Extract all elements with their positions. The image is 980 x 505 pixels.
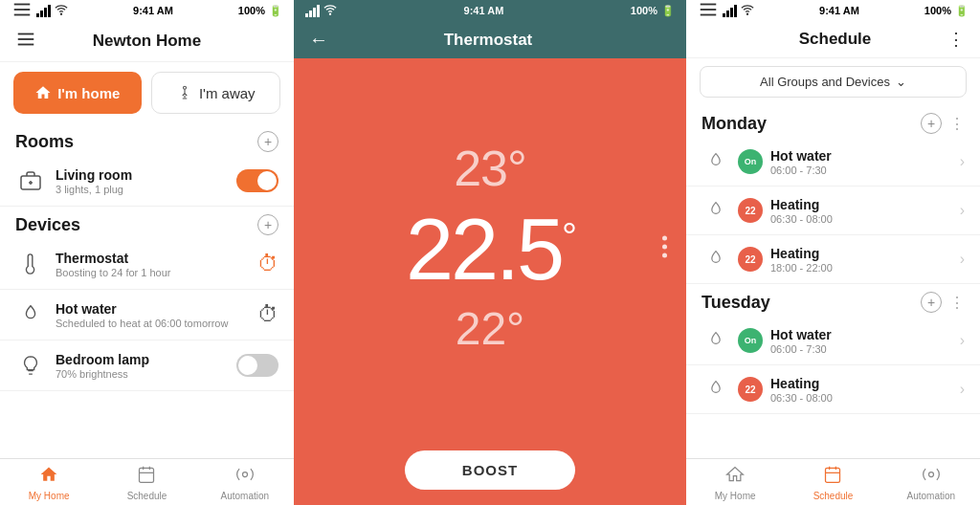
- sched-schedule-nav-icon: [823, 465, 842, 489]
- im-away-button[interactable]: I'm away: [151, 72, 281, 114]
- schedule-header: Schedule ⋮: [686, 21, 980, 58]
- thermostat-info: Thermostat Boosting to 24 for 1 hour: [56, 251, 257, 278]
- room-item-living[interactable]: Living room 3 lights, 1 plug: [0, 156, 294, 207]
- schedule-monday-heating1[interactable]: 22 Heating 06:30 - 08:00 ›: [686, 187, 980, 235]
- svg-rect-21: [826, 468, 840, 482]
- home-nav-icon: [39, 465, 58, 489]
- add-room-button[interactable]: +: [257, 131, 278, 152]
- lamp-sub: 70% brightness: [56, 368, 236, 380]
- rooms-title: Rooms: [15, 132, 74, 152]
- schedule-content: Monday + ⋮ On Hot water 06:00 - 7:30 › 2…: [686, 105, 980, 458]
- lamp-toggle[interactable]: [236, 354, 278, 377]
- svg-point-25: [928, 472, 933, 477]
- nav-automation-label: Automation: [221, 491, 270, 501]
- tuesday-hotwater-info: Hot water 06:00 - 7:30: [770, 327, 960, 355]
- schedule-monday-heating2[interactable]: 22 Heating 18:00 - 22:00 ›: [686, 235, 980, 284]
- thermo-wifi-icon: [323, 3, 337, 18]
- monday-heating2-badge: 22: [738, 247, 763, 272]
- thermostat-options-menu[interactable]: [662, 236, 667, 258]
- schedule-tuesday-heating[interactable]: 22 Heating 06:30 - 08:00 ›: [686, 365, 980, 414]
- devices-section-header: Devices +: [0, 207, 294, 239]
- svg-point-15: [242, 472, 247, 477]
- hotwater-schedule-icon: ⏱: [257, 302, 278, 327]
- thermostat-header: ← Thermostat: [294, 21, 686, 58]
- schedule-tuesday-hotwater[interactable]: On Hot water 06:00 - 7:30 ›: [686, 317, 980, 365]
- tuesday-heating-name: Heating: [770, 376, 960, 391]
- nav-schedule-label: Schedule: [127, 491, 167, 501]
- groups-dropdown-label: All Groups and Devices: [760, 75, 890, 89]
- schedule-options-menu[interactable]: ⋮: [947, 29, 965, 50]
- back-button[interactable]: ←: [309, 29, 328, 51]
- chevron-down-icon: ⌄: [896, 75, 906, 89]
- battery-label: 100%: [238, 5, 265, 16]
- monday-heating1-drop-icon: [702, 196, 730, 225]
- room-toggle[interactable]: [236, 169, 278, 192]
- nav-myhome-label: My Home: [29, 491, 70, 501]
- svg-point-20: [746, 13, 747, 14]
- thermo-time: 9:41 AM: [464, 5, 504, 16]
- thermostat-active-icon: ⏱: [257, 252, 278, 276]
- day-tuesday-header: Tuesday + ⋮: [686, 284, 980, 317]
- monday-hotwater-badge: On: [738, 149, 763, 174]
- panel-home: 9:41 AM 100% 🔋 Newton Home I'm home I'm …: [0, 0, 294, 505]
- thermo-battery-label: 100%: [631, 5, 657, 16]
- groups-dropdown[interactable]: All Groups and Devices ⌄: [700, 66, 967, 98]
- nav-schedule[interactable]: Schedule: [98, 459, 195, 505]
- menu-icon[interactable]: [15, 29, 36, 54]
- lamp-icon: [15, 350, 46, 381]
- rooms-section-header: Rooms +: [0, 123, 294, 156]
- monday-heating2-time: 18:00 - 22:00: [770, 262, 960, 274]
- automation-nav-icon: [235, 465, 255, 489]
- boost-button[interactable]: BOOST: [405, 450, 575, 490]
- hotwater-name: Hot water: [56, 301, 257, 317]
- day-monday-title: Monday: [702, 114, 767, 134]
- sched-wifi-icon: [741, 3, 754, 18]
- add-tuesday-button[interactable]: +: [921, 292, 942, 313]
- nav-myhome[interactable]: My Home: [0, 459, 98, 505]
- status-right: 100% 🔋: [238, 5, 282, 17]
- thermo-status-left: [305, 3, 337, 18]
- thermostat-footer: BOOST: [294, 435, 686, 505]
- sched-battery-icon: 🔋: [955, 5, 969, 17]
- monday-heating1-name: Heating: [770, 197, 960, 212]
- home-title: Newton Home: [93, 32, 201, 51]
- monday-heating2-drop-icon: [702, 245, 730, 274]
- nav-sched-automation[interactable]: Automation: [882, 459, 980, 505]
- add-device-button[interactable]: +: [257, 214, 278, 235]
- sched-hamburger: [698, 0, 719, 22]
- monday-options[interactable]: ⋮: [949, 115, 965, 133]
- sched-home-nav-icon: [725, 465, 745, 489]
- temp-low: 22°: [456, 302, 525, 355]
- monday-heating1-time: 06:30 - 08:00: [770, 213, 960, 225]
- sched-status-right: 100% 🔋: [924, 5, 969, 17]
- panel-thermostat: 9:41 AM 100% 🔋 ← Thermostat 23° 22.5° 22…: [294, 0, 686, 505]
- devices-title: Devices: [15, 215, 80, 235]
- tuesday-heating-badge: 22: [738, 377, 763, 402]
- thermostat-sub: Boosting to 24 for 1 hour: [56, 267, 257, 278]
- hotwater-sub: Scheduled to heat at 06:00 tomorrow: [56, 318, 257, 329]
- nav-automation[interactable]: Automation: [196, 459, 294, 505]
- tuesday-hotwater-drop-icon: [702, 326, 730, 355]
- tuesday-options[interactable]: ⋮: [949, 294, 965, 312]
- svg-point-3: [60, 13, 61, 14]
- thermo-battery-icon: 🔋: [661, 5, 675, 17]
- status-bar-thermostat: 9:41 AM 100% 🔋: [294, 0, 686, 21]
- device-item-lamp[interactable]: Bedroom lamp 70% brightness: [0, 340, 294, 391]
- chevron-right-icon: ›: [960, 381, 965, 398]
- monday-hotwater-info: Hot water 06:00 - 7:30: [770, 148, 960, 176]
- sched-status-left: [698, 0, 754, 22]
- tuesday-hotwater-time: 06:00 - 7:30: [770, 343, 960, 355]
- device-item-hotwater[interactable]: Hot water Scheduled to heat at 06:00 tom…: [0, 290, 294, 340]
- monday-heating2-info: Heating 18:00 - 22:00: [770, 246, 960, 274]
- chevron-right-icon: ›: [960, 251, 965, 268]
- status-left: [11, 0, 68, 22]
- nav-sched-schedule[interactable]: Schedule: [784, 459, 881, 505]
- im-home-button[interactable]: I'm home: [13, 72, 142, 114]
- thermostat-name: Thermostat: [56, 251, 257, 266]
- device-item-thermostat[interactable]: Thermostat Boosting to 24 for 1 hour ⏱: [0, 239, 294, 290]
- add-monday-button[interactable]: +: [921, 113, 942, 134]
- nav-sched-myhome[interactable]: My Home: [686, 459, 784, 505]
- schedule-monday-hotwater[interactable]: On Hot water 06:00 - 7:30 ›: [686, 138, 980, 187]
- schedule-title: Schedule: [799, 30, 872, 49]
- room-name: Living room: [56, 167, 236, 183]
